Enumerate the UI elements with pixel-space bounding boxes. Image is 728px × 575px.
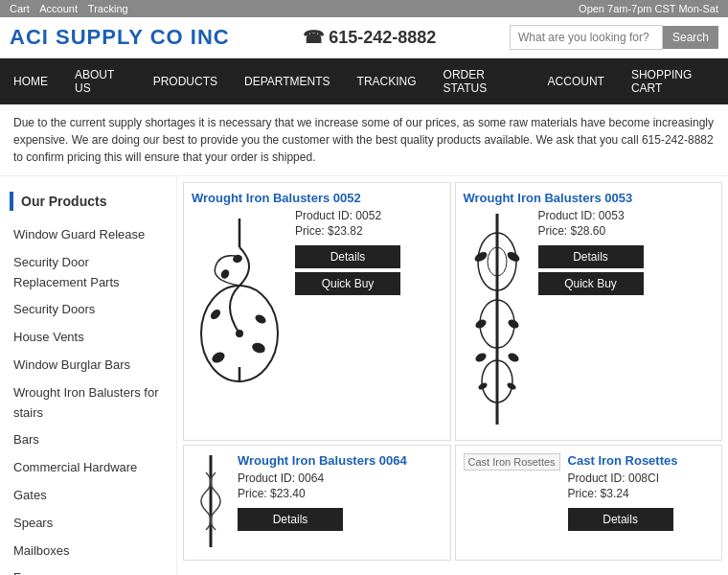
svg-point-4	[254, 313, 267, 326]
list-item: House Vents	[0, 324, 176, 352]
sidebar-item-house-vents[interactable]: House Vents	[0, 324, 176, 352]
quickbuy-button-0052[interactable]: Quick Buy	[295, 272, 400, 295]
details-button-008ci[interactable]: Details	[568, 508, 673, 531]
baluster-0052-svg	[192, 209, 287, 391]
phone-number: 615-242-8882	[329, 28, 436, 48]
cart-link[interactable]: Cart	[10, 3, 30, 14]
product-card-0064: Wrought Iron Balusters 0064 Product ID: …	[183, 445, 451, 561]
sidebar-item-security-door-parts[interactable]: Security Door Replacement Parts	[0, 249, 176, 297]
product-info-0052: Product ID: 0052 Price: $23.82 Details Q…	[295, 209, 400, 295]
svg-point-1	[210, 350, 226, 365]
product-title-0052[interactable]: Wrought Iron Balusters 0052	[192, 191, 443, 205]
product-info-0064: Wrought Iron Balusters 0064 Product ID: …	[238, 453, 407, 535]
search-button[interactable]: Search	[663, 26, 718, 49]
account-link[interactable]: Account	[39, 3, 78, 14]
svg-point-7	[236, 330, 243, 337]
product-image-0052	[192, 209, 287, 394]
notice-banner: Due to the current supply shortages it i…	[0, 104, 728, 176]
product-info-008ci: Cast Iron Rosettes Product ID: 008CI Pri…	[568, 453, 678, 535]
nav-shopping-cart[interactable]: SHOPPING CART	[618, 58, 728, 104]
product-image-0053	[464, 209, 531, 432]
product-title-008ci[interactable]: Cast Iron Rosettes	[568, 453, 678, 468]
sidebar-item-bars[interactable]: Bars	[0, 426, 176, 454]
list-item: Fences	[0, 564, 176, 575]
nav-order-status[interactable]: ORDER STATUS	[430, 58, 535, 104]
tracking-link[interactable]: Tracking	[88, 3, 128, 14]
product-price-0052: Price: $23.82	[295, 224, 400, 238]
sidebar-item-wrought-iron[interactable]: Wrought Iron Balusters for stairs	[0, 380, 176, 427]
phone-icon: ☎	[303, 27, 324, 48]
list-item: Window Guard Release	[0, 221, 176, 249]
list-item: Commercial Hardware	[0, 454, 176, 482]
svg-point-15	[505, 250, 520, 264]
list-item: Mailboxes	[0, 538, 176, 565]
logo: ACI SUPPLY CO INC	[10, 25, 230, 50]
product-card-0053: Wrought Iron Balusters 0053	[455, 182, 723, 441]
product-title-0053[interactable]: Wrought Iron Balusters 0053	[464, 191, 715, 205]
product-image-0064	[192, 453, 230, 552]
sidebar-item-window-guard[interactable]: Window Guard Release	[0, 221, 176, 249]
nav-home[interactable]: HOME	[0, 65, 61, 98]
search-input[interactable]	[510, 25, 663, 50]
sidebar-menu: Window Guard Release Security Door Repla…	[0, 221, 176, 575]
sidebar-item-spears[interactable]: Spears	[0, 510, 176, 538]
main-nav: HOME ABOUT US PRODUCTS DEPARTMENTS TRACK…	[0, 58, 728, 104]
product-image-008ci: Cast Iron Rosettes	[464, 453, 560, 474]
nav-account[interactable]: ACCOUNT	[535, 65, 618, 98]
product-price-008ci: Price: $3.24	[568, 487, 678, 500]
sidebar-title-bar	[10, 192, 13, 211]
nav-products[interactable]: PRODUCTS	[140, 65, 231, 98]
product-id-0064: Product ID: 0064	[238, 472, 407, 485]
search-area: Search	[510, 25, 718, 50]
product-card-0052: Wrought Iron Balusters 0052	[183, 182, 451, 441]
sidebar-item-fences[interactable]: Fences	[0, 564, 176, 575]
baluster-0064-svg	[192, 453, 230, 549]
sidebar-title: Our Products	[0, 186, 176, 217]
list-item: Wrought Iron Balusters for stairs	[0, 380, 176, 427]
list-item: Gates	[0, 482, 176, 510]
svg-point-19	[506, 352, 519, 364]
broken-image-text: Cast Iron Rosettes	[468, 456, 556, 468]
sidebar: Our Products Window Guard Release Securi…	[0, 176, 177, 575]
sidebar-item-commercial-hardware[interactable]: Commercial Hardware	[0, 454, 176, 482]
product-info-0053: Product ID: 0053 Price: $28.60 Details Q…	[538, 209, 644, 295]
baluster-0053-svg	[464, 209, 531, 429]
top-bar-links: Cart Account Tracking	[10, 3, 136, 14]
product-id-0052: Product ID: 0052	[295, 209, 400, 222]
details-button-0064[interactable]: Details	[238, 508, 343, 531]
nav-departments[interactable]: DEPARTMENTS	[231, 65, 344, 98]
store-hours: Open 7am-7pm CST Mon-Sat	[579, 3, 718, 14]
product-title-0064[interactable]: Wrought Iron Balusters 0064	[238, 453, 407, 468]
products-row-1: Wrought Iron Balusters 0052	[183, 182, 722, 441]
svg-point-6	[219, 268, 231, 281]
sidebar-item-window-burglar-bars[interactable]: Window Burglar Bars	[0, 352, 176, 380]
broken-image-icon: Cast Iron Rosettes	[464, 453, 560, 471]
details-button-0053[interactable]: Details	[538, 245, 644, 268]
svg-point-2	[251, 341, 267, 355]
nav-about[interactable]: ABOUT US	[61, 58, 140, 104]
products-row-2: Wrought Iron Balusters 0064 Product ID: …	[183, 445, 722, 561]
list-item: Bars	[0, 426, 176, 454]
details-button-0052[interactable]: Details	[295, 245, 400, 268]
list-item: Spears	[0, 510, 176, 538]
list-item: Security Doors	[0, 296, 176, 324]
list-item: Security Door Replacement Parts	[0, 249, 176, 297]
product-price-0064: Price: $23.40	[238, 487, 407, 500]
top-bar: Cart Account Tracking Open 7am-7pm CST M…	[0, 0, 728, 17]
sidebar-title-text: Our Products	[21, 194, 106, 209]
product-id-0053: Product ID: 0053	[538, 209, 644, 222]
list-item: Window Burglar Bars	[0, 352, 176, 380]
product-id-008ci: Product ID: 008CI	[568, 472, 678, 485]
product-price-0053: Price: $28.60	[538, 224, 644, 238]
sidebar-item-gates[interactable]: Gates	[0, 482, 176, 510]
products-container: Wrought Iron Balusters 0052	[177, 176, 728, 575]
nav-tracking[interactable]: TRACKING	[344, 65, 430, 98]
sidebar-item-mailboxes[interactable]: Mailboxes	[0, 538, 176, 565]
header: ACI SUPPLY CO INC ☎ 615-242-8882 Search	[0, 17, 728, 58]
svg-point-3	[209, 308, 222, 321]
svg-point-14	[472, 250, 488, 264]
main-content: Our Products Window Guard Release Securi…	[0, 176, 728, 575]
quickbuy-button-0053[interactable]: Quick Buy	[538, 272, 644, 295]
svg-point-18	[473, 352, 487, 364]
sidebar-item-security-doors[interactable]: Security Doors	[0, 296, 176, 324]
